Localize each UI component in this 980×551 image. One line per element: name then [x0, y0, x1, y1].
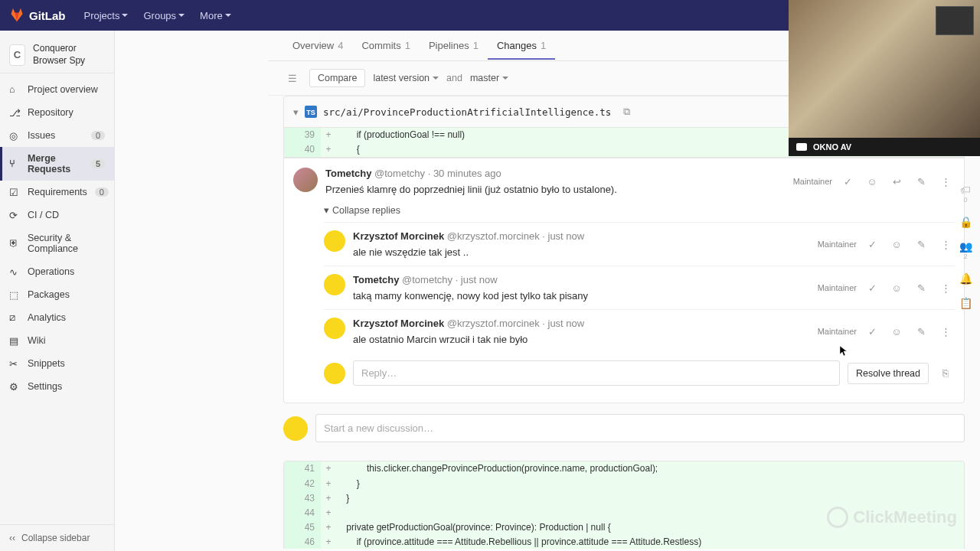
avatar[interactable] — [324, 274, 345, 295]
video-pip-feed — [936, 6, 974, 35]
emoji-icon[interactable]: ☺ — [863, 172, 881, 191]
sidebar-item-wiki[interactable]: ▤Wiki — [0, 329, 114, 352]
lock-icon[interactable]: 🔒 — [959, 216, 972, 228]
tab-commits[interactable]: Commits1 — [352, 31, 420, 60]
gitlab-icon — [9, 8, 24, 23]
discussion-thread: Tometchy @tometchy · 30 minutes ago Prze… — [283, 158, 965, 403]
sidebar-item-operations[interactable]: ∿Operations — [0, 260, 114, 283]
side-icon: ⬚ — [9, 289, 20, 300]
collapse-sidebar[interactable]: ‹‹ Collapse sidebar — [0, 524, 114, 551]
avatar[interactable] — [324, 230, 345, 252]
resolve-check-icon[interactable]: ✓ — [863, 279, 881, 297]
timestamp: · 30 minutes ago — [428, 168, 501, 179]
sidebar-item-label: Project overview — [28, 84, 98, 95]
reply-icon[interactable]: ↩ — [887, 172, 906, 191]
nav-projects[interactable]: Projects — [78, 5, 135, 26]
sidebar-item-analytics[interactable]: ⧄Analytics — [0, 306, 114, 329]
new-discussion-input[interactable]: Start a new discussion… — [315, 414, 965, 442]
sidebar-item-label: Wiki — [28, 335, 46, 346]
copy-path-icon[interactable]: ⧉ — [617, 103, 635, 121]
resolve-check-icon[interactable]: ✓ — [863, 322, 881, 341]
svg-text:TS: TS — [306, 109, 315, 116]
clickmeeting-icon — [827, 507, 848, 528]
reply: Krzysztof Morcinek @krzysztof.morcinek ·… — [324, 309, 955, 353]
edit-icon[interactable]: ✎ — [912, 172, 930, 191]
author-handle[interactable]: @tometchy — [374, 168, 425, 179]
cursor-icon — [840, 346, 848, 357]
sidebar-badge: 0 — [91, 131, 105, 140]
tag-icon[interactable]: 🏷0 — [960, 184, 971, 204]
gitlab-logo[interactable]: GitLab — [9, 8, 66, 23]
sidebar-item-packages[interactable]: ⬚Packages — [0, 283, 114, 306]
resolve-check-icon[interactable]: ✓ — [838, 172, 857, 191]
branch-dropdown[interactable]: master — [470, 73, 508, 83]
tab-overview[interactable]: Overview4 — [283, 31, 352, 60]
video-label-bar: OKNO AV — [789, 138, 980, 156]
author-name[interactable]: Tometchy — [325, 168, 371, 179]
sidebar-item-label: Packages — [28, 289, 70, 300]
version-dropdown[interactable]: latest version — [373, 73, 439, 83]
sidebar-item-repository[interactable]: ⎇Repository — [0, 101, 114, 124]
sidebar-item-label: Settings — [28, 381, 62, 392]
file-collapse-icon[interactable]: ▾ — [293, 106, 299, 118]
right-rail: 🏷0 🔒 👥2 🔔 📋 — [951, 184, 980, 309]
sidebar-item-label: CI / CD — [28, 210, 59, 220]
users-icon[interactable]: 👥2 — [959, 240, 972, 260]
sidebar-item-settings[interactable]: ⚙Settings — [0, 375, 114, 398]
side-icon: ∿ — [9, 266, 20, 277]
camera-icon — [796, 143, 807, 151]
edit-icon[interactable]: ✎ — [912, 235, 930, 253]
nav-menu: Projects Groups More — [78, 5, 237, 26]
video-main-feed — [789, 0, 980, 138]
avatar — [283, 416, 308, 441]
edit-icon[interactable]: ✎ — [912, 322, 930, 341]
reply: Krzysztof Morcinek @krzysztof.morcinek ·… — [324, 222, 955, 266]
edit-icon[interactable]: ✎ — [912, 279, 930, 297]
nav-groups[interactable]: Groups — [137, 5, 191, 26]
resolve-thread-button[interactable]: Resolve thread — [848, 363, 929, 384]
comment-text: Przenieś klamrę do poprzedniej linii (ju… — [325, 184, 786, 195]
side-icon: ⛨ — [9, 238, 20, 249]
compare-button[interactable]: Compare — [309, 69, 365, 87]
sidebar-item-requirements[interactable]: ☑Requirements0 — [0, 181, 114, 204]
clickmeeting-watermark: ClickMeeting — [827, 507, 957, 528]
emoji-icon[interactable]: ☺ — [887, 235, 906, 253]
emoji-icon[interactable]: ☺ — [887, 322, 906, 341]
file-path[interactable]: src/ai/ProvinceProductionAtrificialIntel… — [323, 106, 611, 118]
role-badge: Maintainer — [793, 177, 832, 186]
avatar — [324, 363, 345, 384]
sidebar-item-ci-cd[interactable]: ⟳CI / CD — [0, 204, 114, 227]
more-icon[interactable]: ⋮ — [936, 322, 955, 341]
side-icon: ⧄ — [9, 312, 20, 323]
nav-more[interactable]: More — [194, 5, 237, 26]
sidebar-item-project-overview[interactable]: ⌂Project overview — [0, 78, 114, 101]
avatar[interactable] — [293, 168, 318, 192]
tree-toggle-icon[interactable]: ☰ — [283, 69, 302, 87]
sidebar-item-label: Analytics — [28, 312, 66, 323]
resolve-check-icon[interactable]: ✓ — [863, 235, 881, 253]
tab-changes[interactable]: Changes1 — [488, 31, 555, 60]
sidebar-item-label: Repository — [28, 107, 74, 118]
side-icon: ▤ — [9, 335, 20, 346]
tab-pipelines[interactable]: Pipelines1 — [420, 31, 488, 60]
diff-content: ▾ TS src/ai/ProvinceProductionAtrificial… — [268, 96, 980, 549]
emoji-icon[interactable]: ☺ — [887, 279, 906, 297]
sidebar-item-label: Requirements — [28, 187, 87, 197]
project-header[interactable]: C Conqueror Browser Spy — [0, 37, 114, 73]
side-icon: ⎇ — [9, 107, 20, 118]
clipboard-icon[interactable]: 📋 — [959, 297, 972, 309]
thread-menu-icon[interactable]: ⎘ — [936, 364, 955, 383]
collapse-replies[interactable]: ▾ Collapse replies — [324, 204, 955, 216]
reply: Tometchy @tometchy · just now taką mamy … — [324, 266, 955, 309]
sidebar-item-label: Issues — [28, 130, 55, 141]
sidebar-item-security-compliance[interactable]: ⛨Security & Compliance — [0, 227, 114, 260]
bell-icon[interactable]: 🔔 — [959, 272, 972, 285]
avatar[interactable] — [324, 318, 345, 339]
sidebar-item-snippets[interactable]: ✂Snippets — [0, 352, 114, 375]
reply-input[interactable]: Reply… — [353, 360, 840, 386]
sidebar-item-issues[interactable]: ◎Issues0 — [0, 124, 114, 147]
sidebar: C Conqueror Browser Spy ⌂Project overvie… — [0, 31, 115, 551]
side-icon: ◎ — [9, 130, 20, 141]
video-label: OKNO AV — [813, 142, 851, 152]
sidebar-item-merge-requests[interactable]: ⑂Merge Requests5 — [0, 147, 114, 181]
